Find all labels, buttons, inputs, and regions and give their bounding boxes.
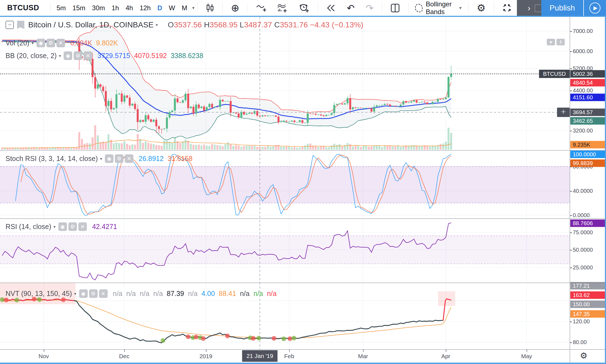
remove-icon[interactable]: ✕ bbox=[84, 51, 92, 60]
collapse-legend-button[interactable]: – bbox=[6, 21, 14, 29]
axis-tick-label: 50.0000 bbox=[573, 247, 593, 253]
toolbar-divider bbox=[197, 2, 198, 14]
time-tick bbox=[124, 350, 125, 352]
crosshair-plus-icon: + bbox=[557, 108, 570, 117]
compare-plus-icon[interactable]: ⊕ bbox=[226, 2, 245, 14]
tradingview-chart-app: BTCUSD 5m15m30m1h4h12hDWM ▾ ⊕ ↶ ↷ bbox=[0, 0, 606, 364]
timeframe-W[interactable]: W bbox=[165, 2, 178, 14]
timeframe-4h[interactable]: 4h bbox=[122, 2, 136, 14]
camera-icon bbox=[535, 4, 541, 12]
flag-icon[interactable] bbox=[17, 21, 24, 29]
replay-play-button[interactable]: ▶ bbox=[583, 0, 606, 16]
toolbar-divider bbox=[468, 2, 468, 14]
chevron-down-icon[interactable]: ▾ bbox=[32, 41, 34, 46]
settings-gear-icon[interactable]: ⚙ bbox=[471, 2, 491, 14]
timeframe-15m[interactable]: 15m bbox=[69, 2, 89, 14]
ohlc-value: 3487.37 bbox=[244, 20, 274, 29]
pane-separator[interactable] bbox=[0, 219, 605, 219]
volume-legend-title[interactable]: Vol (20) bbox=[6, 39, 29, 47]
visibility-eye-icon[interactable]: ◉ bbox=[64, 51, 72, 60]
chevron-down-icon[interactable]: ▾ bbox=[192, 5, 195, 11]
ohlc-key: O bbox=[168, 20, 174, 29]
ohlc-value: 3537.56 bbox=[174, 20, 204, 29]
collapse-panel-button[interactable]: › bbox=[517, 0, 541, 16]
nvt-legend-value-7: 88.41 bbox=[219, 290, 236, 298]
timeframe-30m[interactable]: 30m bbox=[89, 2, 108, 14]
rsi-legend-title[interactable]: RSI (14, close) bbox=[6, 223, 51, 231]
axis-tick-label: 0.0000 bbox=[573, 212, 590, 219]
chevron-down-icon[interactable]: ▾ bbox=[53, 224, 56, 229]
nvt-legend: NVT (90, 13, 150, 45)▾◉⚙✕n/an/an/an/a87.… bbox=[6, 289, 276, 298]
remove-icon[interactable]: ✕ bbox=[78, 222, 87, 231]
pane-separator bbox=[0, 349, 605, 350]
chart-frame-right bbox=[605, 16, 606, 364]
chevron-down-icon[interactable]: ▾ bbox=[59, 53, 61, 58]
price-tag: 4151.60 bbox=[570, 94, 606, 101]
visibility-eye-icon[interactable]: ◉ bbox=[105, 154, 113, 163]
remove-icon[interactable]: ✕ bbox=[99, 289, 108, 298]
rsi-legend-value-0: 42.4271 bbox=[92, 223, 117, 231]
timeframe-D[interactable]: D bbox=[154, 2, 165, 14]
axis-tick-label: 80.00 bbox=[573, 339, 587, 345]
redo-icon[interactable]: ↷ bbox=[360, 2, 379, 14]
settings-gear-icon[interactable]: ⚙ bbox=[46, 39, 55, 47]
chevron-down-icon[interactable]: ▾ bbox=[156, 22, 158, 27]
nvt-legend-title[interactable]: NVT (90, 13, 150, 45) bbox=[6, 290, 72, 298]
toolbar-divider bbox=[248, 2, 248, 14]
pane-separator[interactable] bbox=[0, 150, 605, 150]
indicator-template-icon[interactable] bbox=[272, 2, 293, 14]
settings-gear-icon[interactable]: ⚙ bbox=[115, 154, 123, 163]
indicator-dropdown-label: Bollinger Bands bbox=[426, 0, 455, 16]
axis-tick-label: 6000.00 bbox=[573, 48, 593, 54]
indicator-dropdown[interactable]: Bollinger Bands ▾ bbox=[411, 0, 465, 16]
axis-tick-label: 25.0000 bbox=[573, 264, 593, 271]
settings-gear-icon[interactable]: ⚙ bbox=[74, 51, 82, 60]
timeframe-1h[interactable]: 1h bbox=[108, 2, 122, 14]
pane-collapse-button[interactable]: ▼ bbox=[547, 39, 555, 45]
symbol-title[interactable]: Bitcoin / U.S. Dollar, 1D, COINBASE bbox=[28, 20, 154, 29]
timeframe-5m[interactable]: 5m bbox=[53, 2, 69, 14]
remove-icon[interactable]: ✕ bbox=[125, 154, 133, 163]
bb-legend-title[interactable]: BB (20, close, 2) bbox=[6, 52, 57, 60]
pane-controls: ▼ ⇕ bbox=[545, 39, 565, 45]
fullscreen-icon[interactable] bbox=[497, 2, 517, 14]
chevron-down-icon[interactable]: ▾ bbox=[74, 291, 76, 296]
pane-separator[interactable] bbox=[0, 283, 605, 283]
change-value: −4.43 (−0.13%) bbox=[310, 20, 363, 29]
remove-icon[interactable]: ✕ bbox=[56, 39, 65, 47]
visibility-eye-icon[interactable]: ◉ bbox=[58, 222, 67, 231]
stoch-rsi-legend: Stoch RSI (3, 3, 14, 14, close)▾◉⚙✕26.89… bbox=[6, 154, 193, 163]
candles-icon[interactable] bbox=[200, 2, 220, 14]
price-tag: 177.21 bbox=[570, 282, 606, 290]
pane-maximize-button[interactable]: ⇕ bbox=[556, 39, 565, 45]
time-label-Mar: Mar bbox=[358, 353, 368, 360]
alert-clock-icon[interactable] bbox=[293, 2, 315, 14]
chevron-down-icon[interactable]: ▾ bbox=[100, 156, 102, 161]
undo-icon[interactable]: ↶ bbox=[341, 2, 360, 14]
nvt-legend-value-5: n/a bbox=[188, 290, 198, 298]
rewind-icon[interactable] bbox=[321, 3, 341, 13]
timeframe-M[interactable]: M bbox=[178, 2, 191, 14]
time-axis-settings-gear-icon[interactable]: ⚙ bbox=[580, 351, 587, 360]
indicator-line-plus-icon[interactable] bbox=[251, 2, 272, 14]
chart-canvas[interactable] bbox=[0, 17, 570, 349]
price-tag: 147.35 bbox=[570, 310, 606, 318]
time-axis[interactable]: 21 Jan '19 ⚙ NovDec2019FebMarAprMay bbox=[0, 350, 606, 363]
publish-button[interactable]: Publish bbox=[541, 0, 583, 16]
visibility-eye-icon[interactable]: ◉ bbox=[37, 39, 45, 47]
crosshair-price-tag: 3694.57 bbox=[570, 109, 606, 116]
layout-icon[interactable] bbox=[385, 2, 405, 14]
nvt-legend-value-9: n/a bbox=[253, 290, 263, 298]
nvt-legend-value-6: 4.00 bbox=[201, 290, 215, 298]
timeframe-12h[interactable]: 12h bbox=[136, 2, 154, 14]
stoch-legend-value-0: 26.8912 bbox=[139, 155, 164, 163]
axis-tick-label: 4400.00 bbox=[573, 87, 593, 94]
ohlc-key: L bbox=[240, 20, 244, 29]
top-toolbar: BTCUSD 5m15m30m1h4h12hDWM ▾ ⊕ ↶ ↷ bbox=[0, 0, 606, 16]
symbol-search-button[interactable]: BTCUSD bbox=[0, 4, 48, 12]
stoch-legend-title[interactable]: Stoch RSI (3, 3, 14, 14, close) bbox=[6, 155, 98, 163]
settings-gear-icon[interactable]: ⚙ bbox=[89, 289, 98, 298]
settings-gear-icon[interactable]: ⚙ bbox=[68, 222, 77, 231]
visibility-eye-icon[interactable]: ◉ bbox=[79, 289, 88, 298]
symbol-price-line-tag: BTCUSD bbox=[539, 70, 570, 78]
